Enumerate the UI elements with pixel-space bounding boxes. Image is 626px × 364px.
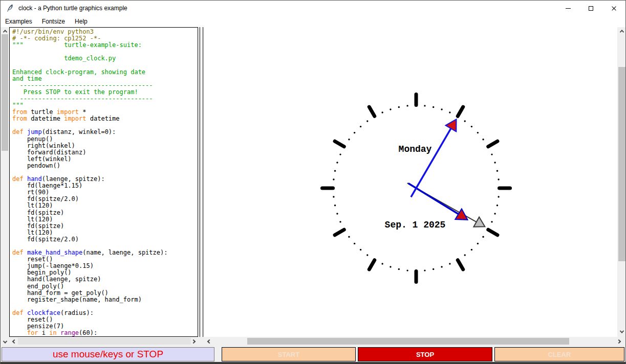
code-hscroll-thumb[interactable] <box>18 338 191 345</box>
clock-hour-tick <box>488 141 498 147</box>
code-line: """ turtle-example-suite: <box>12 42 198 49</box>
clock-hour-tick <box>488 230 498 235</box>
clock-minute-dot <box>348 236 350 238</box>
clock-minute-dot <box>366 120 368 122</box>
app-window: clock - a Python turtle graphics example… <box>0 0 626 364</box>
clock-minute-dot <box>491 153 492 155</box>
clock-minute-dot <box>366 254 368 256</box>
clock-minute-dot <box>336 162 338 163</box>
clock-hour-tick <box>458 260 463 269</box>
code-line: pendown() <box>12 163 198 169</box>
menubar: Examples Fontsize Help <box>1 16 625 27</box>
menu-fontsize[interactable]: Fontsize <box>38 17 69 26</box>
clock-minute-dot <box>360 249 361 251</box>
clock-minute-dot <box>491 221 492 222</box>
second-hand-arrowhead <box>473 217 485 226</box>
clock-minute-dot <box>477 243 479 244</box>
turtle-canvas[interactable]: Monday Sep. 1 2025 <box>204 27 617 337</box>
clock-minute-dot <box>333 178 334 180</box>
scroll-down-icon[interactable] <box>618 328 625 335</box>
clock-minute-dot <box>449 111 450 113</box>
clock-minute-dot <box>348 139 350 140</box>
clock-minute-dot <box>482 236 484 238</box>
close-button[interactable] <box>602 1 625 16</box>
clock-minute-dot <box>398 268 400 270</box>
scroll-left-icon[interactable] <box>205 337 213 345</box>
clock-hour-tick <box>369 107 375 116</box>
menu-examples[interactable]: Examples <box>2 17 36 26</box>
canvas-vertical-scrollbar[interactable] <box>618 27 626 336</box>
maximize-button[interactable] <box>579 1 602 16</box>
status-row: use mouse/keys or STOP START STOP CLEAR <box>1 346 625 362</box>
clock-minute-dot <box>339 221 341 222</box>
code-line: fd(spitze/2.0) <box>12 236 198 243</box>
clock-minute-dot <box>477 132 479 133</box>
clock-minute-dot <box>494 162 495 163</box>
clock-hour-tick <box>335 141 344 147</box>
start-button[interactable]: START <box>222 347 356 361</box>
clock-minute-dot <box>433 106 434 108</box>
app-feather-icon <box>6 4 14 12</box>
clock-minute-dot <box>433 268 434 270</box>
code-line: ------------------------------------ <box>12 96 198 102</box>
clock-minute-dot <box>497 170 498 172</box>
code-line: tdemo_clock.py <box>12 55 198 62</box>
code-vertical-scrollbar[interactable] <box>1 27 9 346</box>
clock-minute-dot <box>381 263 383 264</box>
minute-hand-shaft <box>411 128 451 197</box>
clock-minute-dot <box>360 126 361 127</box>
clock-hour-tick <box>369 260 375 269</box>
clock-minute-dot <box>334 204 336 206</box>
status-label: use mouse/keys or STOP <box>2 347 214 361</box>
clock-minute-dot <box>464 120 466 122</box>
code-line: register_shape(name, hand_form) <box>12 297 198 303</box>
clock-minute-dot <box>498 178 499 180</box>
pane-sash[interactable] <box>200 27 203 337</box>
canvas-hscroll-thumb[interactable] <box>247 338 569 345</box>
clock-minute-dot <box>471 126 472 127</box>
clock-hour-tick <box>335 230 344 235</box>
clock-minute-dot <box>398 106 400 108</box>
code-vscroll-thumb[interactable] <box>2 34 8 151</box>
menu-help[interactable]: Help <box>71 17 91 26</box>
code-horizontal-scrollbar[interactable] <box>9 337 198 346</box>
minimize-icon <box>566 8 571 9</box>
clock-day-text: Monday <box>399 144 432 154</box>
titlebar: clock - a Python turtle graphics example <box>1 1 625 16</box>
clock-minute-dot <box>406 269 408 271</box>
stop-button[interactable]: STOP <box>358 347 492 361</box>
scroll-up-icon[interactable] <box>618 27 625 35</box>
clock-minute-dot <box>381 111 383 113</box>
clock-minute-dot <box>449 263 450 264</box>
clock-minute-dot <box>482 139 484 140</box>
scroll-up-icon[interactable] <box>1 27 9 35</box>
clock-minute-dot <box>424 105 425 106</box>
clear-button[interactable]: CLEAR <box>494 347 624 361</box>
scroll-down-icon[interactable] <box>1 338 9 346</box>
window-bottom-edge <box>1 362 625 364</box>
minimize-button[interactable] <box>556 1 579 16</box>
clock-minute-dot <box>471 249 472 251</box>
maximize-icon <box>589 6 593 11</box>
code-line: from datetime import datetime <box>12 116 198 122</box>
code-viewer[interactable]: #!/usr/bin/env python3# -*- coding: cp12… <box>9 27 198 337</box>
clock-minute-dot <box>498 196 499 197</box>
canvas-horizontal-scrollbar[interactable] <box>204 337 626 346</box>
clock-svg: Monday Sep. 1 2025 <box>204 27 617 337</box>
scroll-left-icon[interactable] <box>10 337 18 345</box>
clock-minute-dot <box>406 105 408 106</box>
scroll-right-icon[interactable] <box>189 337 197 345</box>
clock-date-text: Sep. 1 2025 <box>385 220 446 230</box>
canvas-vscroll-thumb[interactable] <box>618 67 625 261</box>
clock-minute-dot <box>390 266 391 267</box>
clock-minute-dot <box>339 153 341 155</box>
clock-minute-dot <box>441 108 442 110</box>
clock-minute-dot <box>390 108 391 110</box>
clock-minute-dot <box>441 266 442 267</box>
clock-minute-dot <box>354 243 355 244</box>
scroll-right-icon[interactable] <box>615 337 622 345</box>
close-icon <box>611 6 617 11</box>
clock-minute-dot <box>464 254 466 256</box>
clock-minute-dot <box>334 170 336 172</box>
clock-minute-dot <box>494 213 495 214</box>
